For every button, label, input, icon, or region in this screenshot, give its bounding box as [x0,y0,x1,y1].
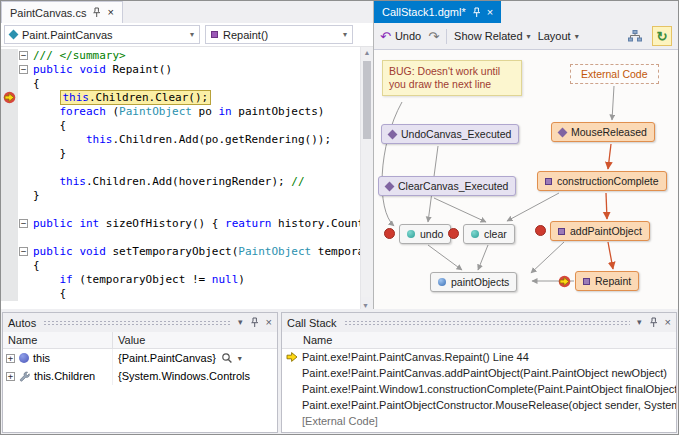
breakpoint-margin[interactable] [1,203,18,217]
redo-icon[interactable]: ↷ [428,30,439,43]
pin-icon[interactable] [250,317,259,328]
code-line[interactable]: this.Children.Add(po.getRendering()); [1,133,360,147]
breakpoint-margin[interactable] [1,231,18,245]
callstack-frame[interactable]: Paint.exe!Paint.PaintCanvas.addPaintObje… [282,365,676,381]
scroll-down-icon[interactable]: ▼ [361,297,373,309]
autos-header[interactable]: Autos ▾ × [3,313,277,332]
autos-row[interactable]: +this{Paint.PaintCanvas}▾ [3,349,277,367]
expand-icon[interactable]: + [6,354,15,363]
graph-node-undo[interactable]: undo [399,224,451,244]
collapse-region-icon[interactable]: − [19,219,28,228]
pin-icon[interactable] [92,7,101,18]
code-line[interactable]: −/// </summary> [1,49,360,63]
collapse-region-icon[interactable]: − [19,51,28,60]
window-position-icon[interactable]: ▾ [637,318,642,327]
breakpoint-margin[interactable] [1,133,18,147]
graph-node-paintObjects[interactable]: paintObjects [430,272,517,292]
callstack-frame[interactable]: Paint.exe!Paint.PaintObjectConstructor.M… [282,397,676,413]
editor-vertical-scrollbar[interactable]: ▲ ▼ [360,47,373,309]
drag-grip[interactable] [43,320,231,325]
code-line[interactable]: } [1,147,360,161]
breakpoint-margin[interactable] [1,189,18,203]
breakpoint-margin[interactable] [1,259,18,273]
column-header-name[interactable]: Name [3,332,113,348]
breakpoint-margin[interactable] [1,77,18,91]
undo-button[interactable]: ↶ Undo [380,30,421,43]
fold-margin [18,189,31,203]
expand-icon[interactable]: + [6,372,15,381]
callstack-frame[interactable]: Paint.exe!Paint.PaintCanvas.Repaint() Li… [282,349,676,365]
graph-node-MouseReleased[interactable]: MouseReleased [551,122,655,142]
breakpoint-margin[interactable] [1,175,18,189]
fold-margin[interactable]: − [18,217,31,231]
layout-tree-button[interactable] [625,26,645,46]
column-header-value[interactable]: Value [113,332,277,348]
tab-paintcanvas[interactable]: PaintCanvas.cs × [1,1,123,23]
code-line[interactable]: if (temporaryObject != null) [1,273,360,287]
scroll-up-icon[interactable]: ▲ [361,47,373,59]
graph-node-clear[interactable]: clear [463,224,515,244]
code-line[interactable]: { [1,259,360,273]
callstack-header[interactable]: Call Stack ▾ × [282,313,676,332]
code-editor[interactable]: −/// </summary>−public void Repaint(){ t… [1,47,373,309]
code-line[interactable]: this.Children.Clear(); [1,91,360,105]
code-line[interactable]: −public void setTemporaryObject(PaintObj… [1,245,360,259]
code-line-text [31,231,33,245]
column-header-name[interactable]: Name [282,332,676,348]
breakpoint-margin[interactable] [1,63,18,77]
code-line[interactable]: { [1,119,360,133]
show-related-dropdown[interactable]: Show Related ▾ [454,30,531,42]
code-line[interactable]: −public int sizeOfHistory() { reaturn hi… [1,217,360,231]
graph-node-UndoCanvas_Executed[interactable]: UndoCanvas_Executed [381,124,519,144]
callstack-frame[interactable]: Paint.exe!Paint.Window1.constructionComp… [282,381,676,397]
scrollbar-thumb[interactable] [363,61,371,139]
fold-margin[interactable]: − [18,245,31,259]
code-line[interactable]: } [1,189,360,203]
graph-node-Repaint[interactable]: Repaint [575,271,639,291]
type-dropdown[interactable]: Paint.PaintCanvas ▾ [4,25,200,44]
code-line[interactable]: this.Children.Add(hoveringRender); // [1,175,360,189]
magnifier-icon[interactable] [221,352,233,364]
fold-margin[interactable]: − [18,49,31,63]
tab-callstack-dgml[interactable]: CallStack1.dgml* × [374,1,501,23]
autos-row[interactable]: +this.Children{System.Windows.Controls [3,367,277,385]
code-line[interactable]: { [1,287,360,301]
collapse-region-icon[interactable]: − [19,247,28,256]
pin-icon[interactable] [649,317,658,328]
graph-node-addPaintObject[interactable]: addPaintObject [550,221,650,241]
breakpoint-margin[interactable] [1,273,18,287]
breakpoint-margin[interactable] [1,245,18,259]
fold-margin[interactable]: − [18,63,31,77]
pin-icon[interactable] [472,7,481,18]
code-line[interactable] [1,203,360,217]
breakpoint-margin[interactable] [1,119,18,133]
code-line[interactable] [1,231,360,245]
code-line[interactable]: −public void Repaint() [1,63,360,77]
drag-grip[interactable] [344,320,631,325]
breakpoint-margin[interactable] [1,217,18,231]
close-icon[interactable]: × [487,7,493,18]
window-position-icon[interactable]: ▾ [238,318,243,327]
collapse-region-icon[interactable]: − [19,65,28,74]
code-line[interactable]: { [1,77,360,91]
close-icon[interactable]: × [266,317,272,328]
visualizer-dropdown-icon[interactable]: ▾ [238,354,242,363]
dgml-canvas[interactable]: BUG: Doesn't work until you draw the nex… [374,50,678,309]
layout-dropdown[interactable]: Layout ▾ [538,30,579,42]
breakpoint-margin[interactable] [1,49,18,63]
breakpoint-margin[interactable] [1,147,18,161]
code-line[interactable] [1,161,360,175]
close-icon[interactable]: × [665,317,671,328]
close-icon[interactable]: × [107,7,113,18]
graph-node-constructionComplete[interactable]: constructionComplete [537,171,667,191]
graph-node-ClearCanvas_Executed[interactable]: ClearCanvas_Executed [378,176,516,196]
fold-margin [18,287,31,301]
breakpoint-margin[interactable] [1,161,18,175]
sync-with-callstack-button[interactable]: ↻ [652,26,672,46]
breakpoint-margin[interactable] [1,91,18,105]
breakpoint-margin[interactable] [1,105,18,119]
callstack-frame[interactable]: [External Code] [282,413,676,429]
breakpoint-margin[interactable] [1,287,18,301]
member-dropdown[interactable]: Repaint() ▾ [205,25,353,44]
code-line[interactable]: foreach (PaintObject po in paintObjects) [1,105,360,119]
